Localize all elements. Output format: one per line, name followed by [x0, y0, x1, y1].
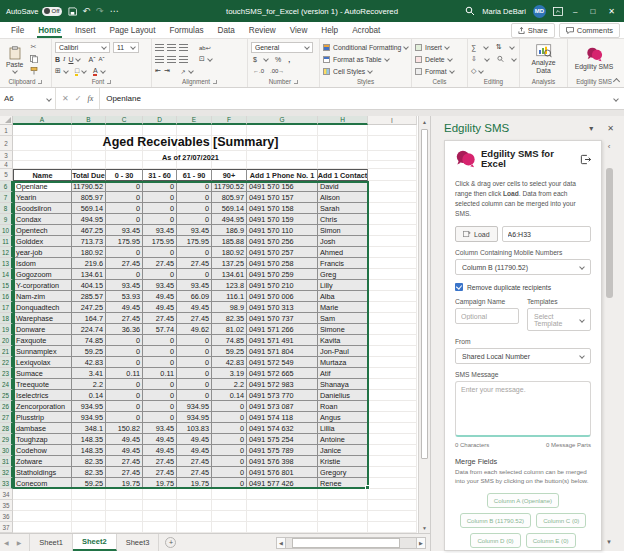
cell-H37[interactable]	[318, 522, 368, 533]
row-header-7[interactable]: 7	[0, 192, 13, 203]
cell-F23[interactable]: 3.19	[212, 368, 247, 379]
cell-I36[interactable]	[368, 511, 417, 522]
cell-G22[interactable]: 0491 572 549	[247, 357, 318, 368]
cell-H10[interactable]: Simon	[318, 225, 368, 236]
cell-B30[interactable]: 148.35	[72, 445, 106, 456]
cell-B4[interactable]	[72, 161, 106, 169]
menu-tab-page-layout[interactable]: Page Layout	[102, 24, 162, 37]
cell-G32[interactable]: 0491 576 801	[247, 467, 318, 478]
cell-I25[interactable]	[368, 390, 417, 401]
row-header-6[interactable]: 6	[0, 181, 13, 192]
cell-D37[interactable]	[143, 522, 177, 533]
scroll-right-icon[interactable]: ▶	[416, 537, 426, 549]
vertical-scroll-thumb[interactable]	[421, 129, 428, 459]
cell-H20[interactable]: Kavita	[318, 335, 368, 346]
align-middle-icon[interactable]	[167, 44, 176, 51]
cell-D7[interactable]: 0	[143, 192, 177, 203]
cell-A34[interactable]	[13, 489, 72, 500]
cell-G36[interactable]	[247, 511, 318, 522]
cell-I29[interactable]	[368, 434, 417, 445]
cell-D33[interactable]: 19.75	[143, 478, 177, 489]
cell-D23[interactable]: 0.11	[143, 368, 177, 379]
insert-cells-button[interactable]: Insert	[415, 41, 464, 53]
column-header-F[interactable]: F	[212, 116, 247, 125]
bold-button[interactable]: B	[55, 56, 60, 63]
cell-F34[interactable]	[212, 489, 247, 500]
row-header-30[interactable]: 30	[0, 445, 13, 456]
cell-C26[interactable]: 0	[106, 401, 143, 412]
cell-B21[interactable]: 59.25	[72, 346, 106, 357]
cell-F25[interactable]: 0.14	[212, 390, 247, 401]
cell-G37[interactable]	[247, 522, 318, 533]
cell-F18[interactable]: 82.35	[212, 313, 247, 324]
cell-D36[interactable]	[143, 511, 177, 522]
cell-A37[interactable]	[13, 522, 72, 533]
cell-H30[interactable]: Janice	[318, 445, 368, 456]
column-header-G[interactable]: G	[247, 116, 318, 125]
cell-D8[interactable]: 0	[143, 203, 177, 214]
cell-H36[interactable]	[318, 511, 368, 522]
cell-E28[interactable]: 103.83	[177, 423, 212, 434]
cell-C4[interactable]	[106, 161, 143, 169]
cell-I4[interactable]	[368, 161, 417, 169]
cell-D34[interactable]	[143, 489, 177, 500]
cell-F30[interactable]: 0	[212, 445, 247, 456]
increase-font-icon[interactable]: Aˆ	[88, 56, 95, 63]
cell-B6[interactable]: 11790.52	[72, 181, 106, 192]
cell-D6[interactable]: 0	[143, 181, 177, 192]
decrease-decimal-icon[interactable]: .00→	[270, 68, 284, 74]
cell-D35[interactable]	[143, 500, 177, 511]
font-color-icon[interactable]: A	[93, 67, 98, 76]
row-header-32[interactable]: 32	[0, 467, 13, 478]
cell-F26[interactable]: 0	[212, 401, 247, 412]
menu-tab-view[interactable]: View	[283, 24, 315, 37]
mobile-column-select[interactable]: Column B (11790.52)	[455, 259, 591, 275]
cell-D26[interactable]: 0	[143, 401, 177, 412]
cell-E34[interactable]	[177, 489, 212, 500]
search-icon[interactable]	[465, 6, 475, 16]
cell-H11[interactable]: Josh	[318, 236, 368, 247]
cell-C25[interactable]: 0	[106, 390, 143, 401]
autosum-icon[interactable]: ∑	[471, 44, 476, 51]
row-header-2[interactable]: 2	[0, 136, 13, 151]
cell-C5[interactable]: 0 - 30	[106, 169, 143, 181]
cell-F24[interactable]: 2.2	[212, 379, 247, 390]
menu-tab-file[interactable]: File	[4, 24, 31, 37]
cell-C16[interactable]: 53.93	[106, 291, 143, 302]
cell-A36[interactable]	[13, 511, 72, 522]
find-select-icon[interactable]	[497, 55, 504, 63]
row-header-8[interactable]: 8	[0, 203, 13, 214]
cell-E18[interactable]: 27.45	[177, 313, 212, 324]
row-header-12[interactable]: 12	[0, 247, 13, 258]
column-header-C[interactable]: C	[106, 116, 143, 125]
cell-H22[interactable]: Murtaza	[318, 357, 368, 368]
cell-I19[interactable]	[368, 324, 417, 335]
cell-B27[interactable]: 934.95	[72, 412, 106, 423]
cell-C33[interactable]: 19.75	[106, 478, 143, 489]
alignment-launcher-icon[interactable]	[213, 80, 217, 84]
underline-button[interactable]: U	[68, 56, 73, 63]
horizontal-scroll-thumb[interactable]	[292, 538, 400, 548]
cell-B11[interactable]: 713.73	[72, 236, 106, 247]
cell-C6[interactable]: 0	[106, 181, 143, 192]
cell-I11[interactable]	[368, 236, 417, 247]
cell-I16[interactable]	[368, 291, 417, 302]
row-header-15[interactable]: 15	[0, 280, 13, 291]
cell-D28[interactable]: 93.45	[143, 423, 177, 434]
cell-A19[interactable]: Donware	[13, 324, 72, 335]
cell-E33[interactable]: 19.75	[177, 478, 212, 489]
scroll-down-icon[interactable]: ▼	[419, 522, 430, 533]
maximize-button[interactable]: □	[587, 7, 598, 16]
cell-F12[interactable]: 180.92	[212, 247, 247, 258]
cell-A25[interactable]: Iselectrics	[13, 390, 72, 401]
cell-C22[interactable]: 0	[106, 357, 143, 368]
cell-I17[interactable]	[368, 302, 417, 313]
cell-B15[interactable]: 404.15	[72, 280, 106, 291]
cell-G6[interactable]: 0491 570 156	[247, 181, 318, 192]
cell-D22[interactable]: 0	[143, 357, 177, 368]
cell-I1[interactable]	[368, 125, 417, 136]
cell-E17[interactable]: 49.45	[177, 302, 212, 313]
cell-A20[interactable]: Faxquote	[13, 335, 72, 346]
select-all-corner[interactable]	[0, 116, 13, 125]
column-header-E[interactable]: E	[177, 116, 212, 125]
